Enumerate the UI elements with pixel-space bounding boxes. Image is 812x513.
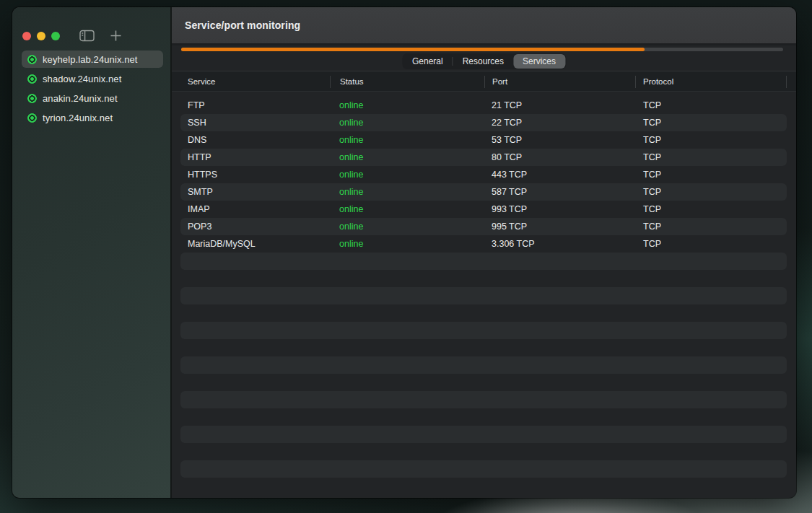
table-row[interactable]: SSHonline22 TCPTCP bbox=[180, 114, 787, 131]
cell-status: online bbox=[339, 149, 363, 166]
cell-status: online bbox=[339, 235, 363, 253]
cell-status: online bbox=[339, 201, 363, 218]
column-separator bbox=[786, 76, 787, 88]
server-label: keyhelp.lab.24unix.net bbox=[43, 54, 138, 65]
column-separator bbox=[330, 76, 331, 88]
title-bar: Service/port monitoring bbox=[172, 7, 796, 45]
minimize-button[interactable] bbox=[37, 32, 45, 40]
empty-row bbox=[180, 356, 787, 374]
cell-service: IMAP bbox=[188, 201, 210, 218]
column-header-protocol[interactable]: Protocol bbox=[643, 71, 673, 92]
cell-status: online bbox=[339, 97, 363, 114]
cell-service: SMTP bbox=[188, 183, 213, 201]
column-header-port[interactable]: Port bbox=[492, 71, 507, 92]
column-header-status[interactable]: Status bbox=[340, 71, 364, 92]
sidebar: keyhelp.lab.24unix.netshadow.24unix.neta… bbox=[12, 7, 172, 498]
cell-service: MariaDB/MySQL bbox=[188, 235, 256, 253]
cell-protocol: TCP bbox=[643, 114, 661, 131]
sidebar-toggle-icon bbox=[79, 30, 95, 42]
desktop: { "window": { "title": "Service/port mon… bbox=[0, 0, 812, 513]
cell-status: online bbox=[339, 183, 363, 201]
cell-status: online bbox=[339, 114, 363, 131]
empty-row bbox=[180, 287, 787, 304]
empty-row bbox=[180, 443, 787, 460]
tab-general[interactable]: General bbox=[403, 54, 453, 69]
cell-port: 22 TCP bbox=[492, 114, 522, 131]
cell-protocol: TCP bbox=[643, 218, 661, 235]
cell-service: DNS bbox=[188, 131, 206, 149]
table-row[interactable]: DNSonline53 TCPTCP bbox=[180, 131, 787, 149]
plus-icon bbox=[110, 30, 122, 42]
sidebar-item-shadow[interactable]: shadow.24unix.net bbox=[22, 70, 163, 87]
table-row[interactable]: SMTPonline587 TCPTCP bbox=[180, 183, 787, 201]
cell-port: 53 TCP bbox=[492, 131, 522, 149]
zoom-button[interactable] bbox=[51, 32, 60, 40]
cell-protocol: TCP bbox=[643, 166, 661, 183]
page-title: Service/port monitoring bbox=[185, 19, 300, 31]
cell-service: FTP bbox=[188, 97, 205, 114]
table-row[interactable]: HTTPonline80 TCPTCP bbox=[180, 149, 787, 166]
cell-protocol: TCP bbox=[643, 235, 661, 253]
server-label: anakin.24unix.net bbox=[43, 93, 118, 104]
cell-protocol: TCP bbox=[643, 97, 661, 114]
empty-row bbox=[180, 339, 787, 356]
cell-service: HTTPS bbox=[188, 166, 217, 183]
cell-protocol: TCP bbox=[643, 183, 661, 201]
empty-row bbox=[180, 460, 787, 478]
cell-status: online bbox=[339, 166, 363, 183]
progress-bar bbox=[181, 48, 783, 51]
progress-bar-fill bbox=[181, 48, 645, 51]
cell-status: online bbox=[339, 131, 363, 149]
close-button[interactable] bbox=[22, 32, 31, 40]
sidebar-item-keyhelp[interactable]: keyhelp.lab.24unix.net bbox=[22, 51, 163, 68]
cell-status: online bbox=[339, 218, 363, 235]
online-status-icon bbox=[27, 113, 37, 123]
column-separator bbox=[484, 76, 485, 88]
server-list: keyhelp.lab.24unix.netshadow.24unix.neta… bbox=[22, 51, 163, 128]
server-label: tyrion.24unix.net bbox=[43, 113, 113, 123]
server-label: shadow.24unix.net bbox=[43, 74, 121, 84]
toggle-sidebar-button[interactable] bbox=[78, 28, 95, 43]
online-status-icon bbox=[27, 74, 37, 84]
cell-port: 995 TCP bbox=[492, 218, 527, 235]
cell-service: SSH bbox=[188, 114, 206, 131]
cell-port: 443 TCP bbox=[492, 166, 527, 183]
table-row[interactable]: IMAPonline993 TCPTCP bbox=[180, 201, 787, 218]
tab-services[interactable]: Services bbox=[513, 54, 565, 69]
app-window: keyhelp.lab.24unix.netshadow.24unix.neta… bbox=[12, 7, 796, 498]
cell-protocol: TCP bbox=[643, 131, 661, 149]
cell-port: 80 TCP bbox=[492, 149, 522, 166]
cell-service: HTTP bbox=[188, 149, 211, 166]
cell-service: POP3 bbox=[188, 218, 211, 235]
service-table: FTPonline21 TCPTCPSSHonline22 TCPTCPDNSo… bbox=[180, 97, 787, 498]
sidebar-item-anakin[interactable]: anakin.24unix.net bbox=[22, 89, 163, 107]
cell-protocol: TCP bbox=[643, 149, 661, 166]
table-row[interactable]: MariaDB/MySQLonline3.306 TCPTCP bbox=[180, 235, 787, 253]
empty-row bbox=[180, 304, 787, 322]
online-status-icon bbox=[27, 94, 37, 103]
cell-port: 993 TCP bbox=[492, 201, 527, 218]
empty-row bbox=[180, 478, 787, 495]
add-server-button[interactable] bbox=[107, 28, 124, 43]
empty-row bbox=[180, 270, 787, 287]
table-header: ServiceStatusPortProtocol bbox=[172, 71, 796, 92]
view-tabs: GeneralResourcesServices bbox=[402, 53, 566, 69]
sidebar-item-tyrion[interactable]: tyrion.24unix.net bbox=[22, 109, 163, 126]
cell-port: 587 TCP bbox=[492, 183, 527, 201]
online-status-icon bbox=[27, 55, 37, 64]
empty-row bbox=[180, 426, 787, 443]
empty-row bbox=[180, 253, 787, 270]
cell-port: 21 TCP bbox=[492, 97, 522, 114]
traffic-lights bbox=[22, 32, 60, 40]
table-row[interactable]: POP3online995 TCPTCP bbox=[180, 218, 787, 235]
column-separator bbox=[635, 76, 636, 88]
table-row[interactable]: FTPonline21 TCPTCP bbox=[180, 97, 787, 114]
tab-resources[interactable]: Resources bbox=[453, 54, 513, 69]
empty-row bbox=[180, 374, 787, 391]
table-row[interactable]: HTTPSonline443 TCPTCP bbox=[180, 166, 787, 183]
empty-row bbox=[180, 408, 787, 426]
empty-row bbox=[180, 322, 787, 339]
column-header-service[interactable]: Service bbox=[188, 71, 215, 92]
cell-port: 3.306 TCP bbox=[492, 235, 535, 253]
empty-row bbox=[180, 391, 787, 408]
